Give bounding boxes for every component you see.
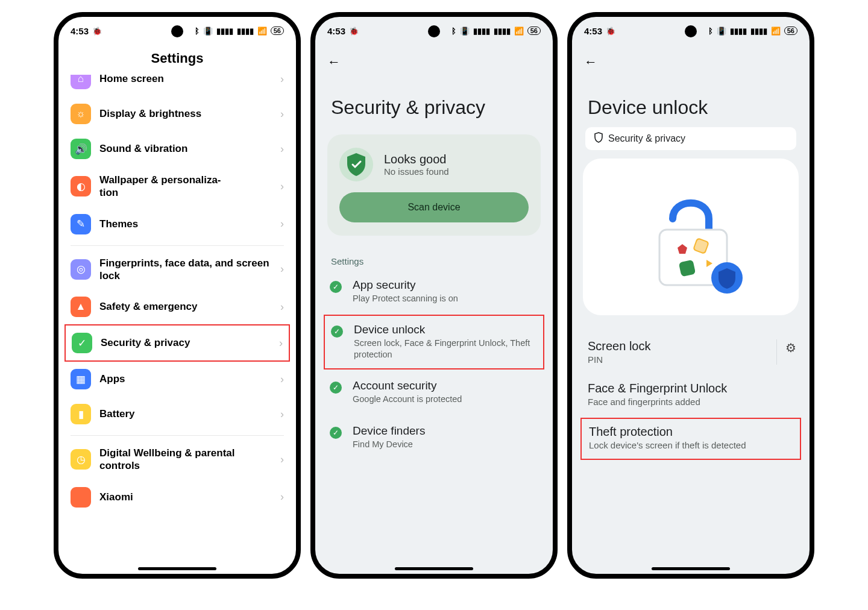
item-title: Device finders — [353, 424, 425, 438]
row-theft-protection[interactable]: Theft protection Lock device's screen if… — [589, 425, 793, 450]
item-device-finders[interactable]: ✓ Device finders Find My Device — [315, 415, 553, 461]
security-status-card: Looks good No issues found Scan device — [327, 134, 541, 236]
settings-row-battery[interactable]: ▮ Battery › — [58, 397, 296, 432]
divider — [71, 435, 284, 436]
hero-illustration — [583, 159, 799, 315]
check-icon: ✓ — [331, 325, 343, 338]
nav-pill[interactable] — [138, 567, 216, 570]
check-icon: ✓ — [330, 382, 342, 394]
settings-row-fingerprint[interactable]: ◎ Fingerprints, face data, and screen lo… — [58, 250, 296, 290]
nav-pill[interactable] — [395, 567, 473, 570]
card-subtitle: No issues found — [384, 166, 449, 177]
row-label: Fingerprints, face data, and screen lock — [99, 257, 272, 283]
signal-icon: ▮▮▮▮ — [730, 27, 747, 36]
chevron-right-icon: › — [280, 75, 284, 86]
phone-2: 4:53 🐞 ᛒ 📳 ▮▮▮▮ ▮▮▮▮ 📶 56 ← Security & p… — [310, 12, 558, 579]
phone-3: 4:53 🐞 ᛒ 📳 ▮▮▮▮ ▮▮▮▮ 📶 56 ← Device unloc… — [567, 12, 814, 579]
wellbeing-icon: ◷ — [71, 449, 91, 470]
battery-level: 56 — [527, 27, 541, 35]
wifi-icon: 📶 — [771, 27, 781, 36]
wifi-icon: 📶 — [257, 27, 267, 36]
highlighted-theft-protection: Theft protection Lock device's screen if… — [580, 418, 801, 460]
highlighted-security-privacy: ✓ Security & privacy › — [64, 324, 290, 362]
settings-row-xiaomi[interactable]: Xiaomi › — [58, 480, 296, 515]
brightness-icon: ☼ — [71, 104, 91, 124]
scan-device-button[interactable]: Scan device — [339, 192, 529, 222]
chevron-right-icon: › — [280, 373, 284, 386]
page-title: Device unlock — [572, 70, 810, 127]
chip-label: Security & privacy — [608, 133, 685, 144]
status-time: 4:53 — [584, 26, 602, 36]
signal-icon: ▮▮▮▮ — [216, 27, 233, 36]
status-right: ᛒ 📳 ▮▮▮▮ ▮▮▮▮ 📶 56 — [195, 27, 284, 36]
vibrate-icon: 📳 — [717, 27, 726, 36]
shield-check-icon — [339, 148, 373, 181]
row-label: Security & privacy — [101, 336, 271, 349]
settings-row-sound[interactable]: 🔊 Sound & vibration › — [58, 131, 296, 166]
battery-level: 56 — [784, 27, 797, 35]
chevron-right-icon: › — [279, 337, 283, 350]
bluetooth-icon: ᛒ — [195, 27, 200, 36]
settings-row-wellbeing[interactable]: ◷ Digital Wellbeing & parental controls … — [58, 439, 296, 480]
row-label: Sound & vibration — [99, 142, 272, 155]
chevron-right-icon: › — [280, 301, 284, 313]
status-time: 4:53 — [327, 26, 345, 36]
camera-hole — [171, 25, 183, 37]
debug-icon: 🐞 — [606, 27, 615, 36]
settings-row-security-privacy[interactable]: ✓ Security & privacy › — [66, 325, 289, 360]
gear-icon[interactable]: ⚙ — [785, 341, 796, 355]
vibrate-icon: 📳 — [460, 27, 470, 36]
row-title: Screen lock — [588, 339, 794, 353]
xiaomi-icon — [71, 487, 91, 508]
settings-row-apps[interactable]: ▦ Apps › — [58, 362, 296, 397]
status-time: 4:53 — [71, 26, 89, 36]
vibrate-icon: 📳 — [203, 27, 213, 36]
status-right: ᛒ 📳 ▮▮▮▮ ▮▮▮▮ 📶 56 — [451, 27, 541, 36]
debug-icon: 🐞 — [349, 27, 359, 36]
breadcrumb-chip[interactable]: Security & privacy — [585, 127, 796, 150]
chevron-right-icon: › — [280, 453, 284, 466]
wallpaper-icon: ◐ — [71, 176, 91, 197]
highlighted-device-unlock: ✓ Device unlock Screen lock, Face & Fing… — [324, 315, 544, 369]
debug-icon: 🐞 — [92, 27, 102, 36]
row-screen-lock[interactable]: Screen lock PIN ⚙ — [572, 331, 810, 373]
back-button[interactable]: ← — [315, 45, 553, 70]
settings-list[interactable]: ⌂ Home screen › ☼ Display & brightness ›… — [58, 75, 296, 574]
chevron-right-icon: › — [280, 263, 284, 275]
row-label: Home screen — [99, 75, 272, 86]
chevron-right-icon: › — [280, 491, 284, 503]
row-label: Xiaomi — [99, 491, 272, 503]
row-subtitle: PIN — [588, 354, 794, 365]
row-label: Display & brightness — [99, 107, 272, 120]
chevron-right-icon: › — [280, 408, 284, 421]
settings-row-wallpaper[interactable]: ◐ Wallpaper & personaliza- tion › — [58, 166, 296, 207]
signal-icon-2: ▮▮▮▮ — [237, 27, 254, 36]
wifi-icon: 📶 — [514, 27, 524, 36]
settings-row-display[interactable]: ☼ Display & brightness › — [58, 96, 296, 131]
section-label: Settings — [315, 236, 553, 269]
check-icon: ✓ — [330, 427, 342, 439]
chevron-right-icon: › — [280, 143, 284, 156]
home-icon: ⌂ — [71, 75, 91, 89]
item-account-security[interactable]: ✓ Account security Google Account is pro… — [315, 369, 553, 415]
row-title: Face & Fingerprint Unlock — [588, 382, 794, 395]
item-subtitle: Find My Device — [353, 439, 425, 451]
row-subtitle: Lock device's screen if theft is detecte… — [589, 440, 793, 450]
nav-pill[interactable] — [652, 567, 730, 570]
safety-icon: ▲ — [71, 297, 91, 317]
status-right: ᛒ 📳 ▮▮▮▮ ▮▮▮▮ 📶 56 — [708, 27, 797, 36]
phone-1: 4:53 🐞 ᛒ 📳 ▮▮▮▮ ▮▮▮▮ 📶 56 Settings ⌂ Hom… — [54, 12, 301, 579]
themes-icon: ✎ — [71, 214, 91, 234]
settings-row-safety[interactable]: ▲ Safety & emergency › — [58, 289, 296, 324]
check-icon: ✓ — [330, 281, 342, 293]
item-app-security[interactable]: ✓ App security Play Protect scanning is … — [315, 269, 553, 315]
bluetooth-icon: ᛒ — [708, 27, 713, 36]
settings-row-home-screen[interactable]: ⌂ Home screen › — [58, 75, 296, 96]
chevron-right-icon: › — [280, 218, 284, 230]
row-label: Wallpaper & personaliza- tion — [99, 174, 272, 200]
card-title: Looks good — [384, 152, 449, 166]
back-button[interactable]: ← — [572, 45, 810, 70]
settings-row-themes[interactable]: ✎ Themes › — [58, 207, 296, 242]
row-face-fingerprint[interactable]: Face & Fingerprint Unlock Face and finge… — [572, 373, 810, 415]
item-device-unlock[interactable]: ✓ Device unlock Screen lock, Face & Fing… — [331, 323, 537, 361]
